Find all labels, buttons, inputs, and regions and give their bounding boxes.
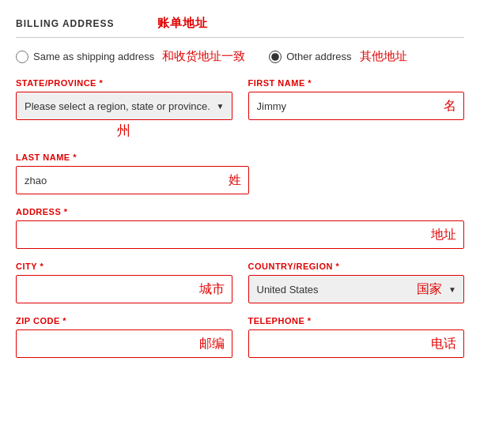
address-group: ADDRESS * 地址 (16, 207, 464, 249)
state-select-wrapper: Please select a region, state or provinc… (16, 92, 232, 120)
address-label: ADDRESS * (16, 207, 464, 216)
same-address-option[interactable]: Same as shipping address 和收货地址一致 (16, 49, 245, 64)
telephone-input-wrapper: 电话 (248, 329, 465, 358)
zip-input[interactable] (16, 329, 232, 358)
section-title-text: BILLING ADDRESS (16, 18, 115, 29)
zip-input-wrapper: 邮编 (16, 329, 232, 358)
country-select[interactable]: United States (248, 275, 465, 303)
other-address-radio[interactable] (269, 51, 282, 63)
address-input[interactable] (16, 220, 464, 249)
state-group: STATE/PROVINCE * Please select a region,… (16, 78, 232, 140)
state-annotation: 州 (16, 122, 232, 140)
zip-telephone-row: ZIP CODE * 邮编 TELEPHONE * 电话 (16, 316, 464, 358)
other-annotation: 其他地址 (360, 49, 407, 64)
city-input-wrapper: 城市 (16, 275, 232, 303)
same-address-radio[interactable] (16, 51, 28, 63)
city-group: CITY * 城市 (16, 262, 232, 303)
city-country-row: CITY * 城市 COUNTRY/REGION * United States… (16, 262, 464, 303)
title-annotation: 账单地址 (157, 17, 208, 29)
same-address-label: Same as shipping address (33, 51, 154, 62)
telephone-input[interactable] (248, 329, 465, 358)
firstname-input[interactable] (248, 92, 465, 120)
address-type-row: Same as shipping address 和收货地址一致 Other a… (16, 49, 464, 64)
country-label: COUNTRY/REGION * (248, 262, 465, 271)
telephone-label: TELEPHONE * (248, 316, 465, 326)
other-address-label: Other address (286, 51, 351, 62)
firstname-label: FIRST NAME * (248, 78, 465, 88)
country-group: COUNTRY/REGION * United States 国家 (248, 262, 465, 303)
lastname-group: LAST NAME * 姓 (16, 152, 249, 194)
lastname-row: LAST NAME * 姓 (16, 152, 464, 194)
other-address-option[interactable]: Other address 其他地址 (269, 49, 406, 64)
telephone-group: TELEPHONE * 电话 (248, 316, 465, 358)
lastname-label: LAST NAME * (16, 152, 249, 162)
billing-address-title: BILLING ADDRESS 账单地址 (16, 16, 464, 38)
city-label: CITY * (16, 262, 232, 271)
lastname-input-wrapper: 姓 (16, 166, 249, 194)
firstname-input-wrapper: 名 (248, 92, 465, 120)
firstname-group: FIRST NAME * 名 (248, 78, 465, 140)
address-row: ADDRESS * 地址 (16, 207, 464, 249)
country-select-wrapper: United States 国家 (248, 275, 465, 303)
state-label: STATE/PROVINCE * (16, 78, 232, 88)
lastname-input[interactable] (16, 166, 249, 194)
state-firstname-row: STATE/PROVINCE * Please select a region,… (16, 78, 464, 140)
same-annotation: 和收货地址一致 (162, 49, 245, 64)
state-select[interactable]: Please select a region, state or provinc… (16, 92, 232, 120)
zip-label: ZIP CODE * (16, 316, 232, 326)
zip-group: ZIP CODE * 邮编 (16, 316, 232, 358)
address-input-wrapper: 地址 (16, 220, 464, 249)
city-input[interactable] (16, 275, 232, 303)
